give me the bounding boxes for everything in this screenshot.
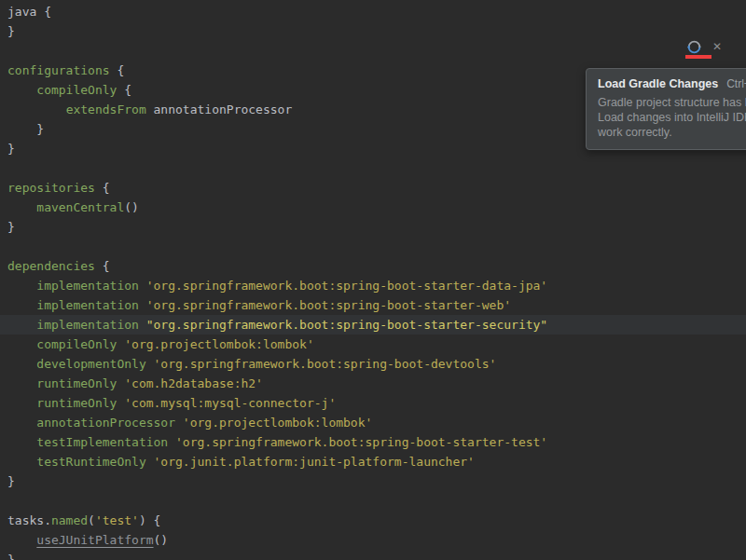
code-line[interactable] xyxy=(7,491,746,511)
code-line[interactable]: repositories { xyxy=(7,178,746,198)
code-token: repositories xyxy=(7,181,95,195)
code-token xyxy=(146,455,154,469)
code-line[interactable] xyxy=(7,237,746,256)
code-token: annotationProcessor xyxy=(36,416,175,430)
close-icon[interactable]: ✕ xyxy=(712,39,722,55)
popup-body-line: Load changes into IntelliJ IDEA xyxy=(598,110,746,125)
code-token xyxy=(168,435,175,449)
code-token: 'com.h2database:h2' xyxy=(124,376,263,390)
code-token: compileOnly xyxy=(36,337,117,351)
code-token xyxy=(146,102,154,116)
code-token: 'org.springframework.boot:spring-boot-st… xyxy=(175,435,547,449)
popup-title-row: Load Gradle Changes Ctrl+Shi xyxy=(598,77,746,90)
code-token: 'org.springframework.boot:spring-boot-st… xyxy=(146,298,511,312)
code-line[interactable]: implementation 'org.springframework.boot… xyxy=(7,295,746,315)
code-token: { xyxy=(110,63,125,77)
popup-shortcut: Ctrl+Shi xyxy=(726,77,746,90)
ide-window: java {}configurations { compileOnly { ex… xyxy=(0,0,746,560)
code-line[interactable]: developmentOnly 'org.springframework.boo… xyxy=(7,354,746,374)
load-gradle-changes-popup: Load Gradle Changes Ctrl+Shi Gradle proj… xyxy=(586,68,746,150)
gradle-float-toolbar: ✕ xyxy=(686,39,722,55)
code-line[interactable] xyxy=(7,158,746,178)
popup-body: Gradle project structure has beeLoad cha… xyxy=(598,95,746,140)
code-token: { xyxy=(117,83,131,97)
code-token: "org.springframework.boot:spring-boot-st… xyxy=(146,318,547,332)
code-token: } xyxy=(7,142,15,156)
code-line[interactable]: } xyxy=(7,471,746,491)
code-token: java { xyxy=(7,5,51,19)
code-token xyxy=(7,533,36,547)
code-token xyxy=(7,83,36,97)
code-token: } xyxy=(7,122,44,136)
code-token: mavenCentral xyxy=(36,200,124,214)
code-token: compileOnly xyxy=(36,83,117,97)
code-token: . xyxy=(44,513,51,527)
code-token: configurations xyxy=(7,63,110,77)
code-token: annotationProcessor xyxy=(154,102,293,116)
code-line[interactable]: } xyxy=(7,21,746,41)
code-token: 'org.projectlombok:lombok' xyxy=(124,337,314,351)
code-token: testImplementation xyxy=(36,435,168,449)
code-token: } xyxy=(7,220,15,234)
code-token xyxy=(7,298,36,312)
code-token: { xyxy=(95,259,110,273)
popup-body-line: Gradle project structure has bee xyxy=(598,95,746,110)
code-line[interactable]: java { xyxy=(7,2,746,21)
code-token: 'com.mysql:mysql-connector-j' xyxy=(124,396,336,410)
code-token xyxy=(139,318,146,332)
code-token: { xyxy=(95,181,110,195)
code-token: } xyxy=(7,474,15,488)
red-highlight-underline xyxy=(685,55,711,59)
code-line[interactable]: implementation 'org.springframework.boot… xyxy=(7,276,746,295)
code-token xyxy=(7,279,36,293)
code-token: developmentOnly xyxy=(36,357,145,371)
code-line[interactable]: tasks.named('test') { xyxy=(7,511,746,530)
code-line[interactable]: testRuntimeOnly 'org.junit.platform:juni… xyxy=(7,452,746,471)
code-token: implementation xyxy=(36,298,139,312)
code-line[interactable]: } xyxy=(7,550,746,560)
code-line[interactable]: runtimeOnly 'com.mysql:mysql-connector-j… xyxy=(7,393,746,413)
popup-body-line: work correctly. xyxy=(598,125,746,140)
code-token: } xyxy=(7,553,15,560)
code-token: testRuntimeOnly xyxy=(36,455,145,469)
code-line[interactable]: compileOnly 'org.projectlombok:lombok' xyxy=(7,335,746,354)
code-token xyxy=(7,337,36,351)
code-token xyxy=(7,416,36,430)
code-token: implementation xyxy=(36,318,139,332)
code-line[interactable]: implementation "org.springframework.boot… xyxy=(0,315,746,335)
code-line[interactable] xyxy=(7,41,746,61)
code-line[interactable]: annotationProcessor 'org.projectlombok:l… xyxy=(7,413,746,432)
code-token: 'test' xyxy=(95,513,139,527)
code-token xyxy=(139,279,146,293)
code-token: 'org.junit.platform:junit-platform-launc… xyxy=(154,455,475,469)
code-token xyxy=(146,357,154,371)
code-token: useJUnitPlatform xyxy=(36,533,153,547)
code-line[interactable]: } xyxy=(7,217,746,237)
popup-title: Load Gradle Changes xyxy=(598,77,718,90)
code-token: ) { xyxy=(139,513,160,527)
code-token xyxy=(7,318,36,332)
code-token: dependencies xyxy=(7,259,95,273)
gradle-reload-icon xyxy=(686,39,702,55)
code-token: 'org.projectlombok:lombok' xyxy=(183,416,373,430)
code-token: () xyxy=(154,533,169,547)
code-line[interactable]: testImplementation 'org.springframework.… xyxy=(7,432,746,452)
load-gradle-changes-button[interactable] xyxy=(686,39,702,55)
code-token: extendsFrom xyxy=(66,102,146,116)
code-token: named xyxy=(51,513,88,527)
code-token: runtimeOnly xyxy=(36,376,117,390)
code-line[interactable]: useJUnitPlatform() xyxy=(7,530,746,550)
code-line[interactable]: dependencies { xyxy=(7,256,746,276)
code-token xyxy=(7,435,36,449)
code-token: runtimeOnly xyxy=(36,396,117,410)
code-token: 'org.springframework.boot:spring-boot-de… xyxy=(154,357,497,371)
code-token: 'org.springframework.boot:spring-boot-st… xyxy=(146,279,547,293)
code-token xyxy=(7,455,36,469)
code-token xyxy=(7,200,36,214)
code-line[interactable]: runtimeOnly 'com.h2database:h2' xyxy=(7,374,746,393)
code-token xyxy=(7,376,36,390)
code-token: ( xyxy=(88,513,95,527)
code-token xyxy=(7,102,66,116)
code-token: tasks xyxy=(7,513,44,527)
code-line[interactable]: mavenCentral() xyxy=(7,198,746,217)
